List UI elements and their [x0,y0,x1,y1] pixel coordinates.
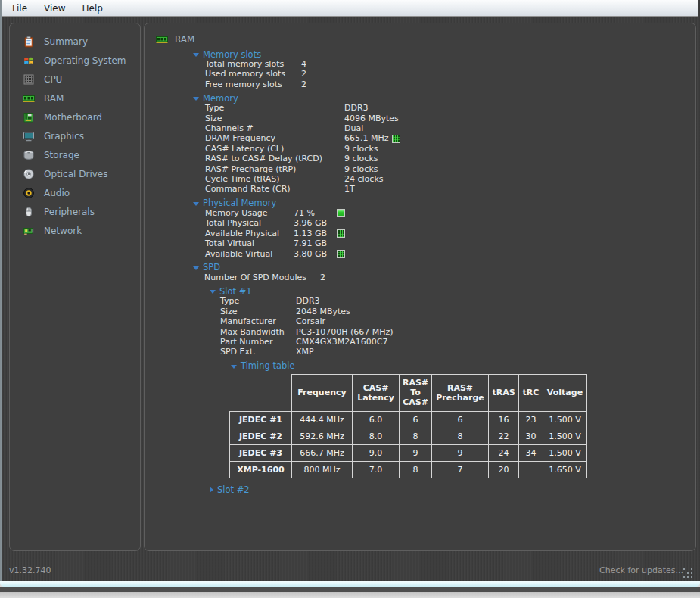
sidebar-item-graphics[interactable]: Graphics [10,126,140,145]
sidebar-item-summary[interactable]: Summary [10,32,140,51]
row-label: Total Virtual [205,238,294,248]
collapse-arrow-icon [210,290,216,294]
timing-cell: 444.4 MHz [292,411,353,428]
row-value: DDR3 [344,103,369,113]
timing-col-header: RAS# Precharge [432,374,489,411]
sidebar-label: Optical Drives [44,169,107,179]
section-timing-table[interactable]: Timing table [231,361,695,371]
timing-col-header: Frequency [292,374,353,411]
info-row: Channels #Dual [205,123,695,133]
sidebar-label: Storage [44,150,79,160]
row-value: 4096 MBytes [344,114,399,123]
section-memory-slots[interactable]: Memory slots [193,49,695,59]
timing-cell: 9.0 [353,444,400,461]
timing-row-label: JEDEC #1 [230,411,292,428]
menu-bar: File View Help [2,0,698,17]
resize-grip[interactable] [683,568,694,579]
info-row: ManufacturerCorsair [220,316,695,326]
row-label: CAS# Latency (CL) [205,144,344,154]
sidebar-item-motherboard[interactable]: Motherboard [10,107,140,126]
background-dark-band [0,587,700,592]
row-value: 3.96 GB [294,218,334,228]
timing-row: JEDEC #2 592.6 MHz 8.0 8 8 22 30 1.500 V [230,428,587,444]
section-label: Physical Memory [203,198,276,208]
menu-file[interactable]: File [4,2,36,15]
section-spd[interactable]: SPD [193,263,695,273]
ram-icon [156,33,168,45]
row-label: Size [220,307,296,316]
row-value: 9 clocks [344,164,378,174]
row-label: Channels # [205,123,344,133]
info-row: Memory Usage71 % [205,208,695,218]
timing-row-label: XMP-1600 [230,461,292,478]
summary-icon [23,36,35,48]
sidebar-label: Graphics [44,131,84,142]
timing-row-label: JEDEC #2 [230,428,292,444]
sidebar-item-cpu[interactable]: CPU [10,70,140,89]
row-label: Size [205,114,344,123]
info-row: Size2048 MBytes [220,307,695,316]
timing-cell: 6 [432,411,489,428]
section-label: SPD [203,262,220,273]
timing-cell: 22 [489,428,519,444]
section-slot1[interactable]: Slot #1 [210,286,695,296]
timing-col-header: tRAS [489,374,519,411]
info-row: Total memory slots4 [205,59,695,69]
info-row: Total Virtual7.91 GB [205,238,695,248]
section-slot2[interactable]: Slot #2 [210,485,695,495]
info-row: CAS# Latency (CL)9 clocks [205,144,695,154]
sidebar-item-audio[interactable]: Audio [10,183,140,202]
storage-icon [23,149,35,161]
timing-table: Frequency CAS# Latency RAS# To CAS# RAS#… [229,374,587,478]
info-row: Total Physical3.96 GB [205,218,695,228]
sidebar-label: Peripherals [44,207,95,217]
timing-cell: 1.500 V [543,428,587,444]
row-label: Used memory slots [205,69,301,79]
info-row: Part NumberCMX4GX3M2A1600C7 [220,337,695,347]
timing-cell: 1.500 V [543,411,587,428]
expand-arrow-icon [210,487,213,493]
timing-col-header: Voltage [543,374,587,411]
info-row: Cycle Time (tRAS)24 clocks [205,174,695,184]
network-icon [23,225,35,237]
row-label: Free memory slots [205,79,301,89]
sidebar-item-peripherals[interactable]: Peripherals [10,202,140,221]
timing-cell: 24 [489,444,519,461]
section-label: Slot #2 [217,484,250,495]
timing-cell: 34 [519,444,543,461]
row-value: 7.91 GB [294,238,334,248]
info-row: Command Rate (CR)1T [205,184,695,194]
timing-cell: 800 MHz [292,461,353,478]
section-label: Slot #1 [219,286,252,297]
section-memory[interactable]: Memory [193,93,695,103]
sidebar-item-operating-system[interactable]: Operating System [10,51,140,70]
collapse-arrow-icon [193,266,199,270]
section-physical-memory[interactable]: Physical Memory [193,198,695,208]
row-label: Type [205,103,344,113]
mini-graph-icon [392,135,400,143]
collapse-arrow-icon [193,97,199,101]
row-label: Total Physical [205,218,294,228]
row-value: 1T [344,184,355,194]
row-value: 9 clocks [344,154,378,164]
row-label: Total memory slots [205,59,301,69]
window-bottom-border [0,581,700,587]
row-label: RAS# Precharge (tRP) [205,164,344,174]
sidebar-item-ram[interactable]: RAM [10,89,140,107]
timing-cell: 20 [489,461,519,478]
peripherals-icon [23,206,35,218]
check-updates-link[interactable]: Check for updates... [599,565,683,575]
sidebar-item-storage[interactable]: Storage [10,145,140,164]
row-value: CMX4GX3M2A1600C7 [296,337,387,347]
row-label: Type [220,296,296,306]
timing-cell: 6.0 [353,411,400,428]
audio-icon [23,187,35,199]
row-label: Number Of SPD Modules [204,273,320,282]
row-value: 2048 MBytes [296,307,350,316]
menu-view[interactable]: View [36,2,73,15]
sidebar-label: Motherboard [44,112,102,123]
menu-help[interactable]: Help [74,2,111,15]
sidebar-item-network[interactable]: Network [10,221,140,240]
timing-col-header: RAS# To CAS# [400,374,432,411]
sidebar-item-optical-drives[interactable]: Optical Drives [10,164,140,183]
